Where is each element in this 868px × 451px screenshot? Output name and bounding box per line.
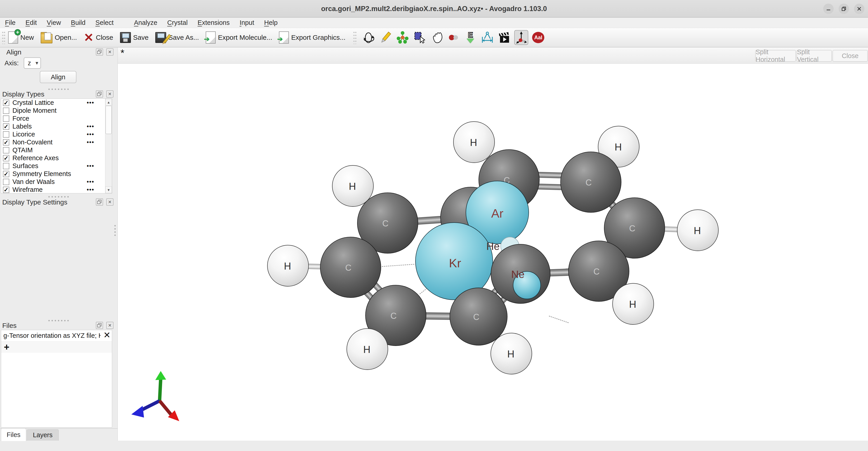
template-tool[interactable] — [396, 30, 410, 45]
display-type-qtaim[interactable]: QTAIM — [1, 146, 112, 154]
options-crystal-lattice[interactable]: ••• — [87, 99, 94, 106]
open-button[interactable]: Open... — [41, 32, 77, 43]
add-file-row[interactable]: + — [1, 342, 112, 353]
checkbox-non-covalent[interactable]: ✓ — [3, 139, 9, 146]
split-vertical-button[interactable]: Split Vertical — [797, 50, 832, 62]
display-type-surfaces[interactable]: Surfaces••• — [1, 162, 112, 170]
close-view-button[interactable]: Close — [833, 50, 868, 62]
atom-label-C8: C — [585, 178, 592, 188]
menu-edit[interactable]: Edit — [21, 18, 42, 28]
options-surfaces[interactable]: ••• — [87, 162, 94, 169]
checkbox-reference-axes[interactable]: ✓ — [3, 155, 9, 161]
optimize-tool[interactable]: E — [463, 30, 477, 45]
menu-file[interactable]: File — [0, 18, 21, 28]
files-panel-title: Files — [2, 322, 17, 329]
align-close-button[interactable]: ✕ — [106, 49, 114, 56]
display-type-non-covalent[interactable]: ✓Non-Covalent••• — [1, 138, 112, 146]
save-button[interactable]: Save — [120, 32, 149, 43]
menu-extensions[interactable]: Extensions — [193, 18, 235, 28]
new-file-icon: + — [8, 31, 18, 43]
measure-tool[interactable] — [480, 30, 494, 45]
files-float-button[interactable] — [96, 322, 103, 329]
scroll-up-icon[interactable]: ▲ — [105, 99, 112, 105]
animation-tool[interactable] — [497, 30, 511, 45]
display-type-wireframe[interactable]: ✓Wireframe••• — [1, 186, 112, 194]
menu-input[interactable]: Input — [235, 18, 259, 28]
display-type-force[interactable]: Force — [1, 115, 112, 123]
tab-layers[interactable]: Layers — [27, 429, 59, 441]
splitter-handle[interactable] — [48, 88, 69, 90]
file-entry-0[interactable]: g-Tensor orientation as XYZ file; He=ch✕ — [1, 330, 112, 342]
options-labels[interactable]: ••• — [87, 123, 94, 130]
align-button[interactable]: Align — [40, 71, 76, 83]
maximize-button[interactable] — [839, 4, 849, 14]
checkbox-van-der-waals[interactable] — [3, 179, 9, 185]
selection-tool[interactable] — [412, 30, 427, 45]
menu-view[interactable]: View — [42, 18, 66, 28]
toolbar-drag-handle-2[interactable] — [353, 31, 357, 44]
menu-analyze[interactable]: Analyze — [129, 18, 162, 28]
checkbox-dipole-moment[interactable] — [3, 107, 9, 114]
display-type-dipole-moment[interactable]: Dipole Moment — [1, 107, 112, 115]
display-types-scrollbar[interactable]: ▲ ▼ — [105, 99, 112, 193]
menu-select[interactable]: Select — [90, 18, 119, 28]
close-window-button[interactable] — [854, 4, 864, 14]
checkbox-wireframe[interactable]: ✓ — [3, 187, 9, 193]
bond-centric-tool[interactable] — [446, 30, 460, 45]
display-type-crystal-lattice[interactable]: ✓Crystal Lattice••• — [1, 99, 112, 107]
manipulate-tool[interactable] — [430, 30, 443, 45]
label-tool[interactable]: AaI — [531, 30, 545, 45]
display-type-reference-axes[interactable]: ✓Reference Axes — [1, 154, 112, 162]
display-type-van-der-waals[interactable]: Van der Waals••• — [1, 178, 112, 186]
atom-label-Ar: Ar — [491, 206, 503, 220]
checkbox-licorice[interactable] — [3, 131, 9, 138]
draw-tool[interactable] — [379, 30, 393, 45]
chevron-down-icon: ▼ — [35, 61, 39, 66]
add-file-button[interactable]: + — [4, 342, 9, 352]
navigate-tool[interactable] — [362, 30, 376, 45]
options-licorice[interactable]: ••• — [87, 131, 94, 138]
tab-files[interactable]: Files — [1, 428, 26, 441]
options-van-der-waals[interactable]: ••• — [87, 178, 94, 185]
checkbox-surfaces[interactable] — [3, 163, 9, 169]
display-types-close-button[interactable]: ✕ — [106, 90, 114, 98]
splitter-handle-3[interactable] — [48, 320, 69, 322]
display-type-settings-close-button[interactable]: ✕ — [106, 198, 114, 205]
new-button[interactable]: +New — [8, 31, 34, 43]
export-molecule-button[interactable]: ➔Export Molecule... — [206, 31, 272, 43]
align-float-button[interactable] — [96, 49, 103, 56]
scrollbar-thumb[interactable] — [105, 106, 112, 134]
align-tool[interactable] — [514, 30, 528, 45]
split-horizontal-button[interactable]: Split Horizontal — [755, 50, 796, 62]
axis-select[interactable]: z ▼ — [24, 57, 41, 69]
measure-icon — [481, 31, 493, 44]
minimize-button[interactable] — [823, 4, 834, 14]
display-type-settings-float-button[interactable] — [96, 198, 103, 205]
files-close-button[interactable]: ✕ — [106, 322, 114, 329]
save-as-button[interactable]: Save As... — [155, 32, 199, 43]
close-file-button[interactable]: ✕Close — [84, 32, 113, 43]
remove-file-icon[interactable]: ✕ — [103, 331, 111, 340]
checkbox-labels[interactable]: ✓ — [3, 123, 9, 130]
checkbox-crystal-lattice[interactable]: ✓ — [3, 100, 9, 106]
checkbox-symmetry-elements[interactable]: ✓ — [3, 171, 9, 177]
toolbar-drag-handle[interactable] — [2, 31, 5, 44]
scroll-down-icon[interactable]: ▼ — [105, 186, 112, 193]
atom-label-Ne: Ne — [511, 268, 525, 281]
menu-help[interactable]: Help — [259, 18, 283, 28]
menu-build[interactable]: Build — [66, 18, 91, 28]
title-bar[interactable]: orca.gori_MP2.mult2.deribgiaoX.re.spin..… — [0, 0, 868, 18]
options-non-covalent[interactable]: ••• — [87, 139, 94, 146]
display-type-licorice[interactable]: Licorice••• — [1, 130, 112, 138]
display-types-float-button[interactable] — [96, 90, 103, 98]
checkbox-qtaim[interactable] — [3, 147, 9, 154]
options-wireframe[interactable]: ••• — [87, 186, 94, 193]
display-type-symmetry-elements[interactable]: ✓Symmetry Elements — [1, 170, 112, 178]
molecule-viewport[interactable]: HHHHHCCCCCArHeKrCNeCHCCHH — [118, 64, 868, 441]
splitter-handle-2[interactable] — [48, 196, 69, 198]
export-graphics-button[interactable]: ➔Export Graphics... — [279, 31, 345, 43]
menu-crystal[interactable]: Crystal — [162, 18, 193, 28]
dock-resize-handle[interactable] — [114, 224, 116, 237]
checkbox-force[interactable] — [3, 116, 9, 122]
display-type-labels[interactable]: ✓Labels••• — [1, 123, 112, 130]
